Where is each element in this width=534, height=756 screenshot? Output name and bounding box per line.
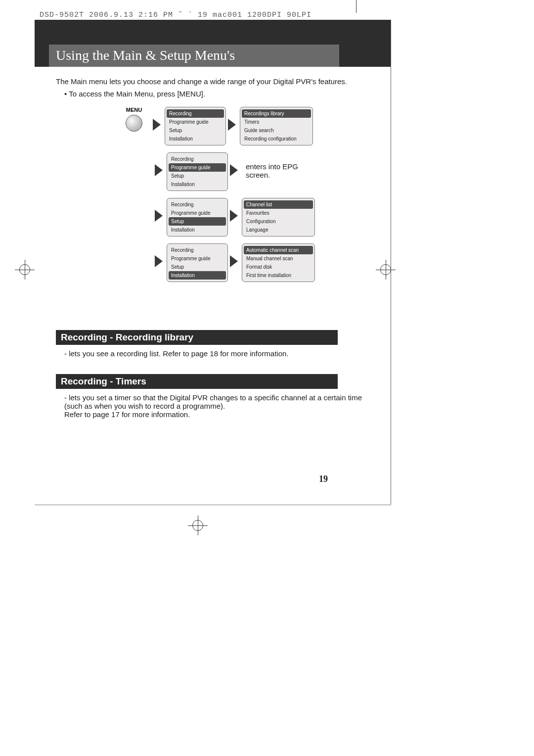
arrow-right-icon	[230, 210, 238, 222]
menu-item[interactable]: Recordings library	[242, 109, 311, 118]
menu-item[interactable]: Recording	[167, 200, 227, 209]
menu-item[interactable]: Installation	[167, 180, 227, 189]
menu-button[interactable]: MENU	[119, 107, 151, 132]
menu-diagram: MENURecordingProgramme guideSetupInstall…	[153, 107, 360, 289]
main-menu-box: RecordingProgramme guideSetupInstallatio…	[165, 107, 226, 145]
menu-item[interactable]: Format disk	[242, 263, 314, 271]
arrow-right-icon	[155, 210, 163, 222]
section-desc-timers: lets you set a timer so that the Digital…	[64, 393, 371, 419]
arrow-right-icon	[230, 255, 238, 267]
menu-item[interactable]: Installation	[165, 135, 225, 143]
main-menu-box: RecordingProgramme guideSetupInstallatio…	[167, 243, 228, 282]
main-menu-box: RecordingProgramme guideSetupInstallatio…	[167, 152, 228, 191]
sub-menu-box: Recordings libraryTimersGuide searchReco…	[240, 107, 313, 145]
menu-item[interactable]: Installation	[169, 271, 226, 280]
menu-item[interactable]: Setup	[165, 126, 225, 135]
menu-item[interactable]: Recording	[167, 109, 224, 118]
menu-item[interactable]: Timers	[240, 118, 312, 126]
menu-item[interactable]: Programme guide	[169, 163, 226, 172]
sub-menu-box: Automatic channel scanManual channel sca…	[242, 243, 315, 282]
bullet-text: To access the Main Menu, press [MENU].	[69, 90, 205, 98]
sub-menu-box: Channel listFavouritesConfigurationLangu…	[242, 198, 315, 236]
menu-item[interactable]: Installation	[167, 226, 227, 234]
menu-item[interactable]: Recording	[167, 155, 227, 163]
print-header: DSD-9502T 2006.9.13 2:16 PM ˜ ` 19 mac00…	[40, 11, 312, 19]
menu-item[interactable]: Manual channel scan	[242, 254, 314, 263]
arrow-right-icon	[153, 119, 161, 131]
menu-item[interactable]: Channel list	[244, 200, 313, 209]
menu-item[interactable]: Setup	[167, 263, 227, 271]
menu-item[interactable]: Automatic channel scan	[244, 246, 313, 254]
menu-item[interactable]: Setup	[169, 217, 226, 226]
registration-mark-icon	[376, 260, 396, 280]
submenu-result-text: enters into EPG screen.	[246, 162, 315, 179]
access-instruction: To access the Main Menu, press [MENU].	[64, 90, 205, 98]
menu-item[interactable]: Programme guide	[167, 209, 227, 217]
menu-item[interactable]: First time installation	[242, 271, 314, 280]
desc-text: lets you see a recording list. Refer to …	[69, 349, 288, 358]
menu-item[interactable]: Recording	[167, 246, 227, 254]
section-heading-recording-library: Recording - Recording library	[56, 330, 338, 345]
main-menu-box: RecordingProgramme guideSetupInstallatio…	[167, 198, 228, 236]
menu-item[interactable]: Language	[242, 226, 314, 234]
menu-knob-icon	[126, 115, 142, 132]
menu-item[interactable]: Setup	[167, 172, 227, 180]
menu-item[interactable]: Programme guide	[165, 118, 225, 126]
menu-item[interactable]: Guide search	[240, 126, 312, 135]
section-heading-timers: Recording - Timers	[56, 374, 338, 389]
crop-mark	[356, 0, 356, 13]
registration-mark-icon	[15, 260, 35, 280]
menu-item[interactable]: Recording configuration	[240, 135, 312, 143]
arrow-right-icon	[228, 119, 236, 131]
menu-item[interactable]: Favourites	[242, 209, 314, 217]
intro-text: The Main menu lets you choose and change…	[56, 77, 402, 86]
page-title: Using the Main & Setup Menu's	[49, 45, 339, 67]
menu-item[interactable]: Programme guide	[167, 254, 227, 263]
arrow-right-icon	[155, 164, 163, 176]
page-number: 19	[319, 474, 328, 484]
arrow-right-icon	[230, 164, 238, 176]
menu-button-label: MENU	[119, 107, 149, 113]
margin-line	[35, 505, 391, 505]
desc-text: lets you set a timer so that the Digital…	[64, 393, 362, 419]
section-desc-recording-library: lets you see a recording list. Refer to …	[64, 349, 371, 358]
arrow-right-icon	[155, 255, 163, 267]
registration-mark-icon	[188, 516, 208, 535]
menu-item[interactable]: Configuration	[242, 217, 314, 226]
